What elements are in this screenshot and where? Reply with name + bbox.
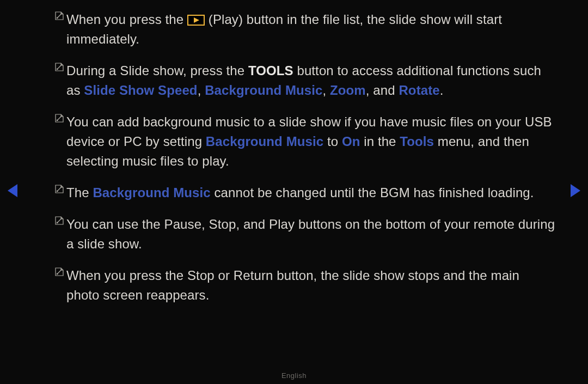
note-item: You can use the Pause, Stop, and Play bu… — [54, 215, 555, 254]
note-item: The Background Music cannot be changed u… — [54, 183, 555, 203]
highlight-text: Zoom — [330, 83, 366, 97]
note-item: You can add background music to a slide … — [54, 112, 555, 171]
note-item: When you press the (Play) button in the … — [54, 10, 555, 49]
footer-language: English — [0, 371, 588, 380]
note-icon — [54, 267, 66, 277]
note-text: You can add background music to a slide … — [66, 112, 555, 171]
highlight-text: Background Music — [93, 185, 210, 200]
highlight-text: Tools — [400, 134, 434, 149]
note-text: The Background Music cannot be changed u… — [66, 183, 534, 203]
note-text: You can use the Pause, Stop, and Play bu… — [66, 215, 555, 254]
note-text: When you press the Stop or Return button… — [66, 266, 555, 305]
content-list: When you press the (Play) button in the … — [54, 10, 555, 317]
highlight-text: Rotate — [399, 83, 439, 97]
highlight-text: Background Music — [206, 134, 323, 149]
note-item: When you press the Stop or Return button… — [54, 266, 555, 305]
highlight-text: Slide Show Speed — [84, 83, 197, 97]
note-item: During a Slide show, press the TOOLS but… — [54, 61, 555, 100]
note-icon — [54, 62, 66, 72]
note-icon — [54, 216, 66, 225]
bold-text: TOOLS — [248, 63, 293, 78]
note-text: During a Slide show, press the TOOLS but… — [66, 61, 555, 100]
note-text: When you press the (Play) button in the … — [66, 10, 555, 49]
note-icon — [54, 184, 66, 194]
play-button-icon — [187, 15, 205, 26]
highlight-text: On — [342, 134, 360, 149]
note-icon — [54, 11, 66, 21]
note-icon — [54, 113, 66, 123]
manual-page: When you press the (Play) button in the … — [0, 0, 588, 384]
prev-page-arrow[interactable] — [8, 184, 17, 197]
highlight-text: Background Music — [205, 83, 322, 97]
next-page-arrow[interactable] — [571, 184, 580, 197]
